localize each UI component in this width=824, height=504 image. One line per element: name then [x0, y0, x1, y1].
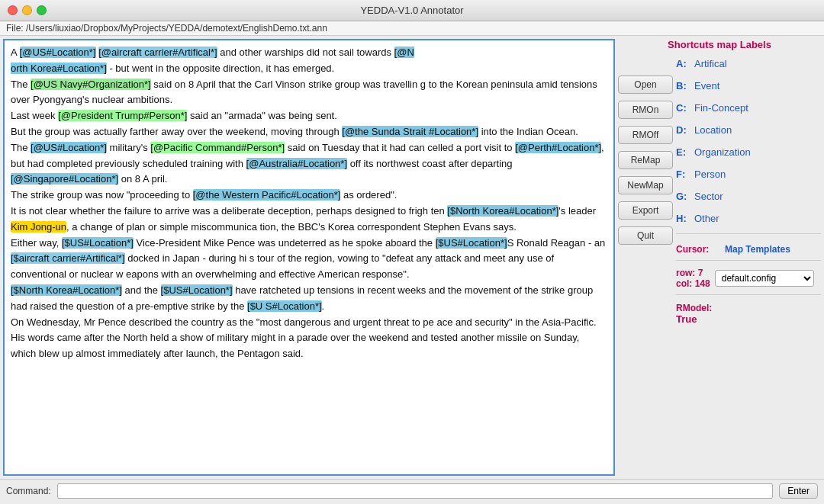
position-info: row: 7 col: 148	[676, 268, 710, 289]
label-name-b: Event	[694, 80, 719, 91]
entity-northkorea2-location: [$North Korea#Location*]	[447, 205, 558, 217]
title-bar: YEDDA-V1.0 Annotator	[0, 0, 824, 21]
export-button[interactable]: Export	[618, 201, 673, 220]
cursor-row: Cursor: Map Templates	[676, 244, 821, 255]
entity-aircraft2-artifical: [$aircraft carrier#Artifical*]	[11, 252, 125, 264]
command-input[interactable]	[57, 483, 774, 499]
bottom-bar: Command: Enter	[0, 479, 824, 502]
rmodel-label: RModel:	[676, 303, 712, 313]
buttons-column: Open RMOn RMOff ReMap NewMap Export Quit	[618, 53, 673, 325]
entity-perth-location: [@Perth#Location*]	[515, 142, 601, 153]
quit-button[interactable]: Quit	[618, 226, 673, 245]
divider-3	[676, 294, 821, 295]
entity-usnavy-org: [@US Navy#Organization*]	[31, 79, 151, 90]
main-container: A [@US#Location*] [@aircraft carrier#Art…	[0, 36, 824, 479]
label-row-e: E: Organization	[676, 142, 821, 162]
label-name-c: Fin-Concept	[694, 102, 748, 114]
divider-1	[676, 233, 821, 234]
window-title: YEDDA-V1.0 Annotator	[360, 5, 463, 16]
entity-us3-location: [$US#Location*]	[62, 237, 134, 249]
label-key-f: F:	[676, 169, 691, 180]
label-key-g: G:	[676, 191, 691, 202]
entity-trump-person: [@President Trump#Person*]	[58, 110, 187, 121]
close-button[interactable]	[8, 5, 18, 15]
right-inner: Open RMOn RMOff ReMap NewMap Export Quit…	[618, 53, 821, 325]
filepath-bar: File: /Users/liuxiao/Dropbox/MyProjects/…	[0, 21, 824, 36]
label-name-e: Organization	[694, 146, 751, 158]
rmoff-button[interactable]: RMOff	[618, 126, 673, 144]
label-name-d: Location	[694, 124, 732, 136]
entity-pacific-person: [@Pacific Command#Person*]	[150, 142, 285, 153]
minimize-button[interactable]	[22, 5, 32, 15]
entity-us-location: [@US#Location*]	[20, 47, 96, 58]
open-button[interactable]: Open	[618, 75, 673, 94]
col-info: col: 148	[676, 278, 710, 289]
label-row-a: A: Artifical	[676, 53, 821, 73]
label-row-c: C: Fin-Concept	[676, 98, 821, 117]
right-panel: Shortcuts map Labels Open RMOn RMOff ReM…	[618, 36, 824, 479]
maximize-button[interactable]	[37, 5, 47, 15]
label-name-g: Sector	[694, 191, 723, 202]
filepath-text: File: /Users/liuxiao/Dropbox/MyProjects/…	[6, 23, 327, 34]
entity-aircraft-artifical: [@aircraft carrier#Artifical*]	[98, 47, 217, 58]
label-key-d: D:	[676, 124, 691, 136]
remap-button[interactable]: ReMap	[618, 151, 673, 169]
entity-sundalstrait-location: [@the Sunda Strait #Location*]	[342, 126, 478, 137]
label-key-b: B:	[676, 80, 691, 91]
text-panel[interactable]: A [@US#Location*] [@aircraft carrier#Art…	[3, 39, 615, 476]
label-key-c: C:	[676, 102, 691, 114]
enter-button[interactable]: Enter	[779, 483, 818, 499]
label-name-h: Other	[694, 213, 719, 224]
entity-singapore-location: [@Singapore#Location*]	[11, 173, 118, 185]
label-key-a: A:	[676, 58, 691, 69]
label-key-h: H:	[676, 213, 691, 224]
entity-northkorea3-location: [$North Korea#Location*]	[11, 284, 122, 296]
rmon-button[interactable]: RMOn	[618, 101, 673, 119]
position-config-row: row: 7 col: 148 default.config	[676, 268, 821, 289]
entity-us5-location: [$US#Location*]	[161, 284, 233, 296]
entity-australia-location: [@Australia#Location*]	[246, 158, 347, 169]
label-row-h: H: Other	[676, 208, 821, 228]
entity-us6-location: [$U S#Location*]	[247, 300, 322, 312]
label-row-d: D: Location	[676, 120, 821, 140]
config-select[interactable]: default.config	[715, 270, 814, 287]
label-name-a: Artifical	[694, 58, 727, 69]
label-key-e: E:	[676, 146, 691, 158]
shortcuts-title: Shortcuts map Labels	[618, 39, 821, 50]
label-row-f: F: Person	[676, 164, 821, 184]
rmodel-section: RModel: True	[676, 302, 821, 325]
entity-kimjongun: Kim Jong-un	[11, 221, 66, 233]
divider-2	[676, 260, 821, 261]
label-row-b: B: Event	[676, 75, 821, 95]
command-label: Command:	[6, 486, 51, 496]
map-templates-label: Map Templates	[725, 244, 790, 255]
newmap-button[interactable]: NewMap	[618, 176, 673, 194]
row-info: row: 7	[676, 268, 710, 278]
entity-us2-location: [@US#Location*]	[31, 142, 107, 153]
traffic-lights	[8, 5, 47, 15]
entity-westernpacific-location: [@the Western Pacific#Location*]	[193, 189, 341, 201]
label-row-g: G: Sector	[676, 186, 821, 206]
entity-us4-location: [$US#Location*]	[436, 237, 507, 249]
label-name-f: Person	[694, 169, 726, 180]
cursor-label: Cursor:	[676, 244, 722, 255]
labels-column: A: Artifical B: Event C: Fin-Concept D: …	[673, 53, 821, 325]
rmodel-value: True	[676, 313, 821, 325]
